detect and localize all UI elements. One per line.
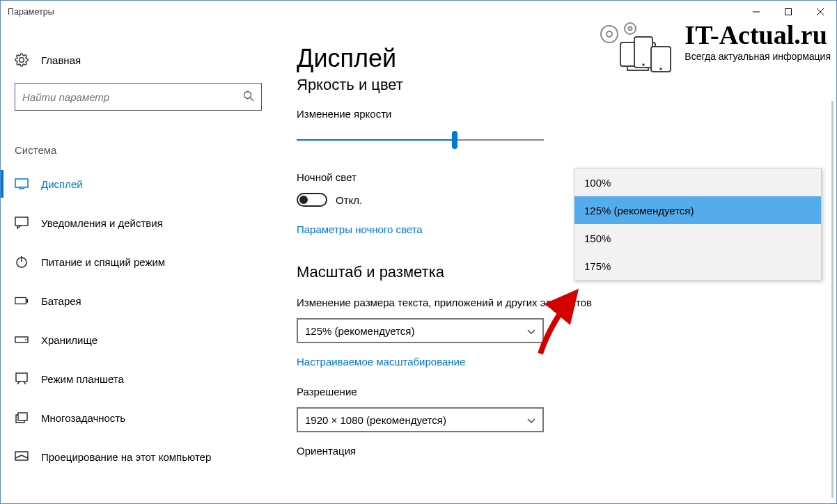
chevron-down-icon	[527, 414, 535, 426]
svg-point-14	[25, 339, 26, 340]
svg-rect-17	[15, 452, 28, 460]
brightness-slider[interactable]	[297, 129, 544, 150]
home-label: Главная	[41, 54, 81, 66]
resolution-label: Разрешение	[297, 386, 836, 397]
night-light-toggle[interactable]	[297, 193, 327, 207]
svg-rect-12	[26, 299, 28, 302]
svg-point-25	[643, 63, 646, 66]
multitasking-icon	[15, 411, 29, 425]
watermark-title: IT-Actual.ru	[685, 22, 831, 48]
sidebar-item-storage[interactable]: Хранилище	[1, 320, 276, 359]
sidebar: Главная Система Дисплей Уведомления и де…	[1, 23, 276, 503]
scale-combobox[interactable]: 125% (рекомендуется)	[297, 318, 544, 343]
sidebar-item-label: Режим планшета	[41, 373, 124, 385]
sidebar-item-label: Проецирование на этот компьютер	[41, 451, 211, 463]
sidebar-item-multitask[interactable]: Многозадачность	[1, 398, 276, 437]
watermark-subtitle: Всегда актуальная информация	[685, 51, 831, 62]
search-input[interactable]	[22, 91, 243, 103]
sidebar-item-label: Хранилище	[41, 334, 97, 346]
battery-icon	[15, 294, 29, 308]
display-icon	[15, 177, 29, 191]
projecting-icon	[15, 450, 29, 464]
scale-option-125[interactable]: 125% (рекомендуется)	[574, 196, 821, 224]
vertical-scrollbar[interactable]	[831, 101, 834, 498]
section-brightness-title: Яркость и цвет	[297, 76, 836, 94]
svg-point-20	[625, 23, 636, 34]
category-heading: Система	[15, 144, 276, 156]
svg-rect-24	[634, 37, 652, 68]
svg-line-5	[251, 97, 254, 101]
sidebar-item-notifications[interactable]: Уведомления и действия	[1, 203, 276, 242]
search-input-wrap[interactable]	[15, 83, 262, 111]
sidebar-item-battery[interactable]: Батарея	[1, 281, 276, 320]
slider-track	[297, 139, 544, 141]
sidebar-item-label: Уведомления и действия	[41, 217, 163, 229]
power-icon	[15, 255, 29, 269]
orientation-label: Ориентация	[297, 445, 836, 457]
sidebar-item-label: Питание и спящий режим	[41, 256, 165, 268]
storage-icon	[15, 333, 29, 347]
search-icon	[243, 90, 254, 104]
scale-option-100[interactable]: 100%	[574, 168, 821, 196]
custom-scaling-link[interactable]: Настраиваемое масштабирование	[297, 356, 836, 368]
sidebar-item-tablet[interactable]: Режим планшета	[1, 359, 276, 398]
gear-icon	[15, 53, 29, 67]
sidebar-item-power[interactable]: Питание и спящий режим	[1, 242, 276, 281]
resolution-combobox[interactable]: 1920 × 1080 (рекомендуется)	[297, 407, 544, 432]
notifications-icon	[15, 216, 29, 230]
scale-option-175[interactable]: 175%	[574, 252, 821, 280]
svg-rect-15	[16, 373, 27, 381]
toggle-knob	[299, 196, 308, 204]
sidebar-item-projecting[interactable]: Проецирование на этот компьютер	[1, 437, 276, 476]
svg-point-27	[660, 68, 663, 70]
night-light-state: Откл.	[336, 194, 362, 206]
tablet-icon	[15, 372, 29, 386]
home-button[interactable]: Главная	[1, 44, 276, 76]
watermark-logo-icon	[595, 22, 679, 77]
slider-thumb[interactable]	[452, 131, 457, 149]
svg-rect-6	[15, 179, 28, 187]
brightness-label: Изменение яркости	[297, 108, 836, 120]
svg-point-19	[607, 31, 612, 37]
svg-rect-8	[15, 217, 28, 226]
svg-rect-1	[785, 9, 792, 15]
svg-point-4	[244, 91, 251, 98]
svg-point-18	[601, 26, 618, 42]
chevron-down-icon	[527, 325, 535, 337]
svg-rect-16	[18, 413, 27, 420]
resolution-selected-value: 1920 × 1080 (рекомендуется)	[305, 414, 446, 426]
watermark: IT-Actual.ru Всегда актуальная информаци…	[595, 22, 831, 77]
sidebar-item-label: Многозадачность	[41, 412, 125, 424]
sidebar-item-label: Батарея	[41, 295, 81, 307]
scale-option-150[interactable]: 150%	[574, 224, 821, 252]
sidebar-item-display[interactable]: Дисплей	[1, 164, 276, 203]
scale-selected-value: 125% (рекомендуется)	[305, 325, 414, 337]
nav-list: Дисплей Уведомления и действия Питание и…	[1, 164, 276, 476]
slider-fill	[297, 139, 455, 141]
svg-point-21	[629, 27, 632, 31]
sidebar-item-label: Дисплей	[41, 178, 83, 190]
scale-dropdown[interactable]: 100% 125% (рекомендуется) 150% 175%	[574, 168, 822, 281]
svg-rect-11	[15, 297, 26, 304]
window-title: Параметры	[8, 7, 54, 17]
scale-label: Изменение размера текста, приложений и д…	[297, 297, 836, 308]
